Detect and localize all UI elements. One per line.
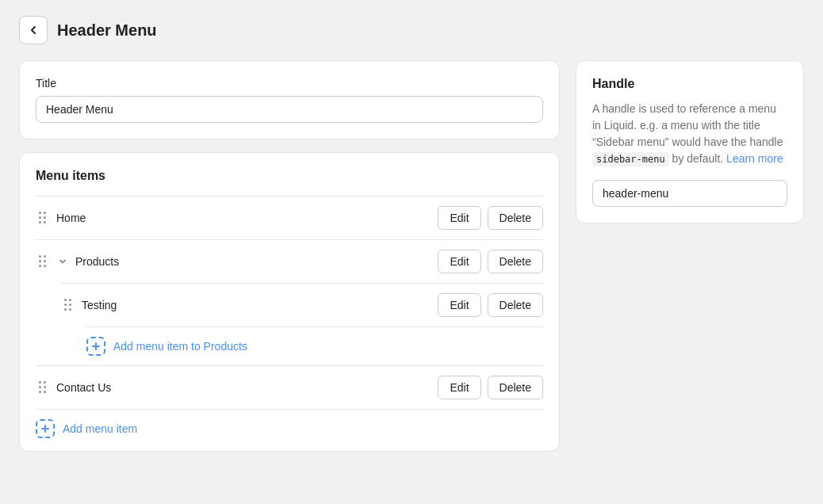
drag-dot	[64, 308, 67, 311]
drag-dot	[44, 212, 46, 214]
drag-dot	[69, 304, 71, 306]
testing-edit-button[interactable]: Edit	[438, 293, 480, 317]
products-children: Testing Edit Delete Add menu item to P	[61, 283, 543, 365]
handle-code: sidebar-menu	[592, 152, 669, 166]
add-item-label: Add menu item	[63, 422, 137, 435]
drag-dot	[64, 304, 67, 306]
products-item-name: Products	[75, 255, 431, 268]
drag-dot	[39, 391, 41, 393]
drag-dot	[44, 260, 46, 262]
handle-card-title: Handle	[592, 77, 787, 91]
menu-item-name: Home	[56, 212, 431, 224]
home-delete-button[interactable]: Delete	[488, 206, 543, 230]
drag-handle-home[interactable]	[36, 212, 50, 224]
testing-item-row: Testing Edit Delete	[61, 283, 543, 326]
handle-description: A handle is used to reference a menu in …	[592, 101, 787, 167]
title-label: Title	[36, 77, 543, 90]
products-btn-group: Edit Delete	[438, 250, 543, 273]
learn-more-link[interactable]: Learn more	[726, 152, 783, 165]
drag-dots	[39, 381, 47, 394]
handle-desc-part2: by default.	[672, 152, 724, 165]
title-input[interactable]	[36, 96, 543, 123]
title-card: Title	[19, 60, 560, 139]
add-item-row[interactable]: Add menu item	[36, 409, 543, 451]
contact-edit-button[interactable]: Edit	[438, 376, 480, 399]
drag-dots	[64, 299, 72, 311]
drag-dot	[39, 265, 41, 267]
drag-dot	[64, 299, 67, 301]
main-layout: Title Menu items Home	[19, 60, 804, 452]
home-btn-group: Edit Delete	[438, 206, 543, 230]
products-chevron-button[interactable]	[56, 255, 69, 268]
drag-handle-contact[interactable]	[36, 381, 50, 394]
menu-items-card: Menu items Home Edit Delete	[19, 152, 560, 452]
handle-input[interactable]	[592, 180, 787, 207]
drag-dot	[39, 255, 41, 258]
page-header: Header Menu	[19, 16, 804, 44]
home-edit-button[interactable]: Edit	[438, 206, 480, 230]
contact-item-name: Contact Us	[56, 381, 431, 394]
drag-dots	[39, 255, 47, 268]
products-item-row: Products Edit Delete	[36, 239, 543, 283]
drag-dot	[44, 381, 46, 384]
drag-dot	[69, 299, 71, 301]
drag-dot	[39, 260, 41, 262]
contact-btn-group: Edit Delete	[438, 376, 543, 399]
handle-card: Handle A handle is used to reference a m…	[576, 60, 804, 223]
drag-dot	[39, 381, 41, 384]
page-title: Header Menu	[57, 21, 157, 40]
drag-dot	[39, 212, 41, 214]
drag-dot	[69, 308, 71, 311]
contact-delete-button[interactable]: Delete	[488, 376, 543, 399]
drag-dot	[39, 221, 41, 223]
drag-dot	[44, 265, 46, 267]
add-item-icon	[36, 419, 55, 438]
handle-desc-part1: A handle is used to reference a menu in …	[592, 102, 783, 148]
menu-items-heading: Menu items	[36, 169, 543, 183]
menu-item-row: Home Edit Delete	[36, 196, 543, 239]
add-child-item-row[interactable]: Add menu item to Products	[86, 326, 543, 365]
add-child-item-label: Add menu item to Products	[113, 340, 247, 353]
drag-dot	[44, 216, 46, 219]
testing-item-name: Testing	[82, 299, 431, 311]
contact-item-row: Contact Us Edit Delete	[36, 365, 543, 409]
products-delete-button[interactable]: Delete	[488, 250, 543, 273]
drag-dot	[44, 391, 46, 393]
drag-dot	[44, 255, 46, 258]
drag-handle-products[interactable]	[36, 255, 50, 268]
drag-dots	[39, 212, 47, 224]
add-child-icon	[86, 337, 105, 356]
left-column: Title Menu items Home	[19, 60, 560, 452]
drag-dot	[39, 216, 41, 219]
drag-dot	[44, 221, 46, 223]
testing-btn-group: Edit Delete	[438, 293, 543, 317]
drag-dot	[39, 386, 41, 388]
testing-delete-button[interactable]: Delete	[488, 293, 543, 317]
right-column: Handle A handle is used to reference a m…	[576, 60, 804, 223]
back-button[interactable]	[19, 16, 48, 44]
products-edit-button[interactable]: Edit	[438, 250, 480, 273]
drag-handle-testing[interactable]	[61, 299, 75, 311]
drag-dot	[44, 386, 46, 388]
